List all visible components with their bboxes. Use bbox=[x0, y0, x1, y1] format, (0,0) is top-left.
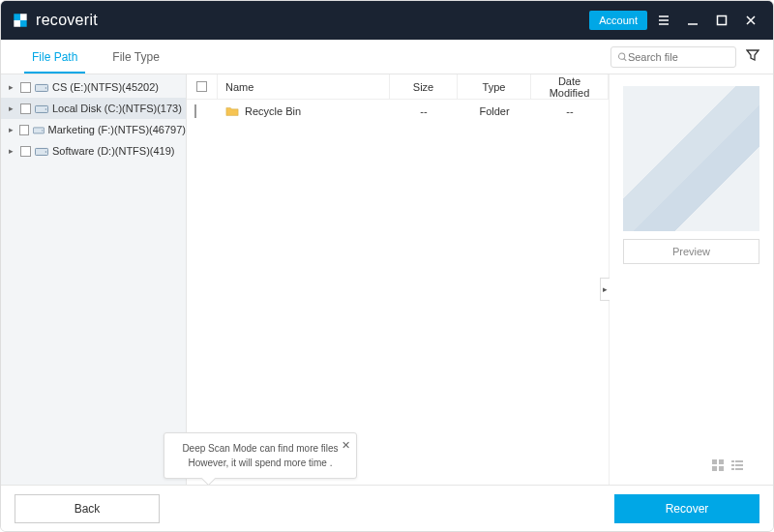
content: Name Size Type Date Modified Recycle Bin… bbox=[187, 74, 773, 485]
logo-icon bbox=[11, 11, 30, 30]
checkbox[interactable] bbox=[20, 103, 31, 114]
sidebar-item-label: Marketing (F:)(NTFS)(46797) bbox=[48, 124, 186, 135]
preview-placeholder bbox=[623, 86, 759, 231]
back-button[interactable]: Back bbox=[15, 494, 160, 523]
filter-icon[interactable] bbox=[746, 48, 759, 65]
recover-button[interactable]: Recover bbox=[614, 494, 759, 523]
svg-rect-16 bbox=[731, 464, 734, 466]
column-header-size[interactable]: Size bbox=[390, 74, 458, 99]
svg-point-5 bbox=[45, 108, 46, 109]
preview-pane: Preview bbox=[609, 74, 773, 485]
chevron-right-icon[interactable]: ▸ bbox=[9, 82, 16, 92]
row-checkbox[interactable] bbox=[194, 104, 196, 118]
svg-rect-12 bbox=[712, 466, 717, 471]
svg-rect-13 bbox=[719, 466, 724, 471]
table-row[interactable]: Recycle Bin -- Folder -- bbox=[187, 100, 609, 123]
svg-point-9 bbox=[45, 151, 46, 152]
svg-point-3 bbox=[45, 87, 46, 88]
column-header-name[interactable]: Name bbox=[218, 74, 390, 99]
row-size: -- bbox=[390, 105, 458, 117]
sidebar-item-cs[interactable]: ▸ CS (E:)(NTFS)(45202) bbox=[1, 76, 186, 98]
sidebar-item-label: Local Disk (C:)(NTFS)(173) bbox=[52, 103, 182, 114]
account-button[interactable]: Account bbox=[589, 11, 647, 30]
sidebar-item-marketing[interactable]: ▸ Marketing (F:)(NTFS)(46797) bbox=[1, 119, 186, 140]
tab-file-type[interactable]: File Type bbox=[95, 40, 176, 74]
row-date: -- bbox=[531, 105, 609, 117]
panel-toggle-icon[interactable]: ▸ bbox=[600, 278, 610, 301]
folder-icon bbox=[225, 105, 239, 117]
column-headers: Name Size Type Date Modified bbox=[187, 74, 609, 100]
checkbox[interactable] bbox=[19, 125, 29, 135]
titlebar: recoverit Account bbox=[1, 1, 773, 40]
select-all-checkbox[interactable] bbox=[196, 81, 207, 92]
drive-icon bbox=[35, 82, 48, 93]
svg-rect-15 bbox=[735, 460, 743, 462]
main: ▸ CS (E:)(NTFS)(45202) ▸ Local Disk (C:)… bbox=[1, 74, 773, 485]
svg-point-7 bbox=[42, 130, 43, 131]
close-icon[interactable] bbox=[738, 8, 763, 33]
svg-rect-18 bbox=[731, 468, 734, 470]
column-header-date[interactable]: Date Modified bbox=[531, 74, 609, 99]
chevron-right-icon[interactable]: ▸ bbox=[9, 146, 16, 156]
file-grid: Name Size Type Date Modified Recycle Bin… bbox=[187, 74, 609, 485]
footer: Back Recover bbox=[1, 485, 773, 531]
svg-rect-14 bbox=[731, 460, 734, 462]
tabs: File Path File Type bbox=[15, 40, 177, 74]
menu-icon[interactable] bbox=[651, 8, 676, 33]
header-checkbox-cell bbox=[187, 74, 218, 99]
svg-rect-0 bbox=[718, 16, 727, 25]
deep-scan-tooltip: ✕ Deep Scan Mode can find more files How… bbox=[164, 432, 357, 479]
sidebar-item-local-disk[interactable]: ▸ Local Disk (C:)(NTFS)(173) bbox=[1, 98, 186, 119]
drive-icon bbox=[35, 146, 48, 157]
svg-rect-10 bbox=[712, 459, 717, 464]
svg-point-1 bbox=[619, 53, 625, 59]
sidebar-item-software[interactable]: ▸ Software (D:)(NTFS)(419) bbox=[1, 140, 186, 162]
svg-rect-11 bbox=[719, 459, 724, 464]
preview-button[interactable]: Preview bbox=[623, 239, 759, 264]
chevron-right-icon[interactable]: ▸ bbox=[9, 125, 15, 134]
row-type: Folder bbox=[458, 105, 531, 117]
list-view-icon[interactable] bbox=[730, 458, 744, 475]
sidebar-item-label: Software (D:)(NTFS)(419) bbox=[52, 145, 175, 157]
tooltip-line1: Deep Scan Mode can find more files bbox=[174, 441, 346, 456]
grid-view-icon[interactable] bbox=[711, 458, 725, 475]
drive-icon bbox=[33, 125, 45, 135]
chevron-right-icon[interactable]: ▸ bbox=[9, 103, 16, 113]
tooltip-line2: However, it will spend more time . bbox=[174, 456, 346, 470]
tooltip-close-icon[interactable]: ✕ bbox=[342, 437, 350, 454]
search-input[interactable] bbox=[628, 51, 729, 63]
checkbox[interactable] bbox=[20, 82, 31, 93]
app-logo: recoverit bbox=[11, 11, 98, 30]
drive-icon bbox=[35, 103, 48, 114]
column-header-type[interactable]: Type bbox=[458, 74, 531, 99]
svg-rect-17 bbox=[735, 464, 743, 466]
search-box[interactable] bbox=[610, 46, 736, 68]
app-name: recoverit bbox=[36, 12, 98, 29]
tab-file-path[interactable]: File Path bbox=[15, 40, 95, 74]
maximize-icon[interactable] bbox=[709, 8, 734, 33]
sidebar-item-label: CS (E:)(NTFS)(45202) bbox=[52, 81, 159, 93]
sidebar: ▸ CS (E:)(NTFS)(45202) ▸ Local Disk (C:)… bbox=[1, 74, 187, 485]
search-icon bbox=[617, 51, 628, 63]
toolbar: File Path File Type bbox=[1, 40, 773, 74]
row-name: Recycle Bin bbox=[245, 105, 301, 117]
checkbox[interactable] bbox=[20, 146, 31, 157]
svg-rect-19 bbox=[735, 468, 743, 470]
view-toggle bbox=[711, 458, 744, 475]
minimize-icon[interactable] bbox=[680, 8, 705, 33]
